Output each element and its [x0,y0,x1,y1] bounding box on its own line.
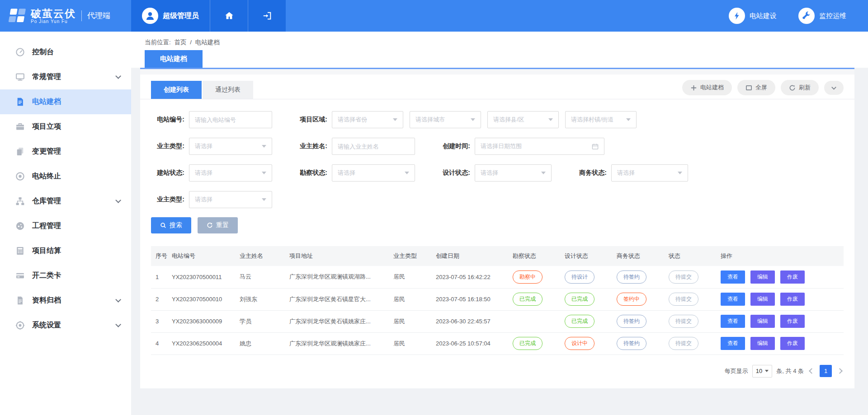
sidebar-item-label: 项目结算 [32,246,61,256]
quick-link-station-build[interactable]: 电站建设 [729,8,777,24]
sidebar-item-document[interactable]: 电站建档 [0,89,131,114]
quick-link-monitor-ops[interactable]: 监控运维 [798,8,846,24]
edit-button[interactable]: 编辑 [750,337,775,350]
void-button[interactable]: 作废 [780,315,805,328]
logout-button[interactable] [248,0,286,32]
calculator-icon [15,246,25,256]
view-button[interactable]: 查看 [721,337,745,350]
add-station-button[interactable]: 电站建档 [682,80,732,95]
caret-down-icon [471,118,475,121]
content-card: 创建列表 通过列表 电站建档 全屏 [140,68,854,388]
sidebar-item-sitemap[interactable]: 仓库管理 [0,189,131,214]
status-status-badge: 待提交 [669,315,698,328]
sidebar-item-stop-circle[interactable]: 电站终止 [0,164,131,189]
design-status-select[interactable]: 请选择 [475,164,552,182]
design-status-badge: 已完成 [565,293,594,306]
portal-label: 代理端 [81,10,110,21]
chevron-down-icon [115,73,121,79]
view-button[interactable]: 查看 [721,293,745,306]
column-header: 商务状态 [615,246,667,266]
cell-code: YX2023063000009 [170,310,238,332]
void-button[interactable]: 作废 [780,337,805,350]
caret-down-icon [262,172,266,174]
station-code-input[interactable] [195,117,266,123]
cell-no: 1 [151,266,170,288]
sidebar-item-card[interactable]: 开二类卡 [0,263,131,288]
user-menu[interactable]: 超级管理员 [131,0,210,32]
build-status-select[interactable]: 请选择 [189,164,272,182]
cell-actions: 查看编辑作废 [719,288,844,310]
brand-text: 破茧云伏 Po Jian Yun Fu [31,8,76,24]
void-button[interactable]: 作废 [780,293,805,306]
sidebar-item-dashboard[interactable]: 控制台 [0,40,131,65]
cell-design-status: 已完成 [563,288,615,310]
column-header: 业主姓名 [238,246,288,266]
table-row: 4YX2023062500004姚忠广东深圳龙华区观澜镇姚家庄...居民2023… [151,332,844,354]
city-select[interactable]: 请选择城市 [410,111,481,128]
breadcrumb-home[interactable]: 首页 [175,39,187,46]
create-time-range-picker[interactable]: 请选择日期范围 [475,138,604,155]
sidebar-item-archive[interactable]: 资料归档 [0,288,131,313]
sidebar-item-briefcase[interactable]: 项目立项 [0,114,131,139]
page-tab-station-archive[interactable]: 电站建档 [145,50,203,68]
pagination: 每页显示 10 条, 共 4 条 1 [140,355,854,388]
view-button[interactable]: 查看 [721,315,745,328]
briefcase-icon [15,122,25,131]
county-select[interactable]: 请选择县/区 [487,111,559,128]
table-row: 3YX2023063000009学员广东深圳龙华区黄石镇姚家庄...居民2023… [151,310,844,332]
tab-create-list[interactable]: 创建列表 [151,81,202,99]
sidebar-item-copy[interactable]: 变更管理 [0,139,131,164]
current-page-button[interactable]: 1 [820,365,832,377]
sidebar-item-calculator[interactable]: 项目结算 [0,238,131,263]
caret-down-icon [626,118,631,121]
sitemap-icon [15,196,25,206]
column-header: 项目地址 [288,246,392,266]
card-icon [15,271,25,280]
town-select[interactable]: 请选择村镇/街道 [565,111,637,128]
page-size-select[interactable]: 10 [752,365,772,378]
city-placeholder: 请选择城市 [415,116,445,124]
tab-passed-list[interactable]: 通过列表 [203,81,253,99]
filter-actions: 搜索 重置 [140,214,854,235]
cell-survey-status: 已完成 [511,332,563,354]
void-button[interactable]: 作废 [780,270,805,284]
survey-status-select[interactable]: 请选择 [332,164,415,182]
search-button[interactable]: 搜索 [151,217,191,233]
owner-type2-select[interactable]: 请选择 [189,191,272,208]
cell-design-status: 已完成 [563,310,615,332]
sidebar-item-monitor[interactable]: 常规管理 [0,65,131,89]
reset-button[interactable]: 重置 [198,217,238,233]
sidebar-item-gauge[interactable]: 工程管理 [0,214,131,238]
collapse-toolbar-button[interactable] [824,81,844,95]
fullscreen-button[interactable]: 全屏 [737,80,775,95]
cell-no: 3 [151,310,170,332]
cell-survey-status: 已完成 [511,288,563,310]
business-status-placeholder: 请选择 [617,169,635,177]
edit-button[interactable]: 编辑 [750,293,775,306]
card-top-strip [140,69,854,75]
cell-address: 广东深圳龙华区观澜镇姚家庄... [288,332,392,354]
chevron-down-icon [115,322,121,327]
caret-down-icon [548,118,553,121]
owner-name-input[interactable] [338,143,409,150]
owner-type2-placeholder: 请选择 [195,196,212,204]
refresh-button[interactable]: 刷新 [781,80,819,95]
wrench-icon [798,8,815,24]
next-page-button[interactable] [837,368,843,374]
station-table-wrap: 序号电站编号业主姓名项目地址业主类型创建日期勘察状态设计状态商务状态状态操作 1… [140,235,854,355]
province-select[interactable]: 请选择省份 [332,111,403,128]
view-button[interactable]: 查看 [721,270,745,284]
station-table: 序号电站编号业主姓名项目地址业主类型创建日期勘察状态设计状态商务状态状态操作 1… [151,246,844,355]
cell-type: 居民 [392,266,434,288]
sidebar-item-settings[interactable]: 系统设置 [0,313,131,338]
business-status-select[interactable]: 请选择 [611,164,688,182]
home-button[interactable] [210,0,248,32]
prev-page-button[interactable] [809,368,815,374]
edit-button[interactable]: 编辑 [750,315,775,328]
caret-down-icon [262,145,266,148]
refresh-label: 刷新 [799,84,811,92]
search-icon [160,222,166,228]
fullscreen-icon [745,84,752,91]
edit-button[interactable]: 编辑 [750,270,775,284]
owner-type-select[interactable]: 请选择 [189,138,272,155]
